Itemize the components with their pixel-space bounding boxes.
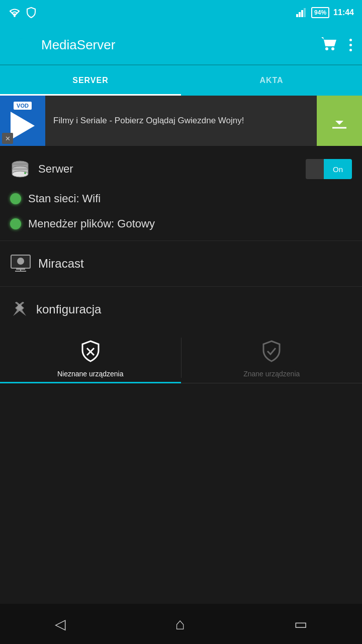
cart-button[interactable] bbox=[320, 36, 337, 53]
server-row: Serwer On bbox=[0, 152, 362, 186]
subtab-known[interactable]: Znane urządzenia bbox=[182, 332, 363, 383]
config-label: konfiguracja bbox=[36, 302, 101, 316]
svg-point-13 bbox=[12, 171, 28, 177]
svg-rect-2 bbox=[299, 12, 301, 17]
svg-rect-4 bbox=[304, 8, 306, 17]
wifi-status-icon bbox=[8, 8, 21, 18]
more-button[interactable] bbox=[347, 37, 354, 53]
server-toggle[interactable]: On bbox=[306, 159, 352, 179]
subtab-known-label: Znane urządzenia bbox=[243, 370, 300, 378]
recent-button[interactable]: ▭ bbox=[294, 616, 307, 632]
known-shield-icon bbox=[260, 340, 283, 367]
status-left bbox=[8, 7, 36, 18]
miracast-label: Miracast bbox=[38, 257, 84, 271]
battery-percent: 94% bbox=[314, 9, 326, 16]
filemanager-status-row: Menedżer plików: Gotowy bbox=[0, 211, 362, 236]
status-time: 11:44 bbox=[333, 8, 354, 17]
shield-status-icon bbox=[26, 7, 36, 18]
toolbar-left: MediaServer bbox=[8, 34, 115, 56]
subtab-unknown-label: Nieznane urządzenia bbox=[57, 370, 124, 378]
ad-download-button[interactable] bbox=[317, 96, 362, 146]
server-row-left: Serwer bbox=[10, 159, 73, 179]
battery-indicator: 94% bbox=[311, 7, 329, 18]
cart-icon bbox=[320, 36, 337, 51]
back-button[interactable]: ◁ bbox=[55, 616, 66, 632]
toolbar-actions bbox=[320, 36, 354, 53]
download-icon bbox=[330, 112, 348, 130]
svg-point-19 bbox=[17, 258, 24, 265]
app-logo-icon bbox=[8, 34, 34, 56]
filemanager-status-label: Menedżer plików: Gotowy bbox=[28, 217, 155, 230]
main-tabs: SERVER AKTA bbox=[0, 65, 362, 96]
toolbar: MediaServer bbox=[0, 25, 362, 65]
home-button[interactable]: ⌂ bbox=[175, 615, 185, 633]
svg-point-0 bbox=[14, 15, 16, 17]
status-right: 94% 11:44 bbox=[296, 7, 354, 18]
svg-rect-1 bbox=[296, 14, 298, 17]
miracast-icon bbox=[10, 254, 31, 273]
signal-icon bbox=[296, 8, 307, 17]
subtab-unknown[interactable]: Nieznane urządzenia bbox=[0, 332, 181, 383]
unknown-shield-icon bbox=[79, 340, 102, 367]
server-label: Serwer bbox=[38, 163, 73, 176]
miracast-row[interactable]: Miracast bbox=[0, 245, 362, 282]
tab-akta[interactable]: AKTA bbox=[181, 65, 362, 96]
toggle-on-side: On bbox=[324, 159, 352, 179]
config-row[interactable]: konfiguracja bbox=[0, 291, 362, 328]
wifi-status-dot bbox=[10, 193, 21, 204]
divider-1 bbox=[0, 240, 362, 241]
ad-close-button[interactable]: ✕ bbox=[2, 133, 13, 144]
ad-text: Filmy i Seriale - Pobierz Oglądaj Gwiezd… bbox=[45, 115, 317, 127]
ad-banner: VOD Filmy i Seriale - Pobierz Oglądaj Gw… bbox=[0, 96, 362, 146]
wifi-status-label: Stan sieci: Wifi bbox=[28, 192, 101, 205]
svg-point-6 bbox=[325, 47, 328, 50]
sub-tabs: Nieznane urządzenia Znane urządzenia bbox=[0, 332, 362, 383]
divider-2 bbox=[0, 286, 362, 287]
svg-point-14 bbox=[24, 172, 26, 174]
svg-point-5 bbox=[20, 51, 23, 54]
status-bar: 94% 11:44 bbox=[0, 0, 362, 25]
toggle-off-side bbox=[306, 159, 324, 179]
config-icon bbox=[10, 300, 29, 319]
main-content: Serwer On Stan sieci: Wifi Menedżer plik… bbox=[0, 146, 362, 389]
wifi-status-row: Stan sieci: Wifi bbox=[0, 186, 362, 211]
nav-bar: ◁ ⌂ ▭ bbox=[0, 604, 362, 644]
toolbar-title: MediaServer bbox=[41, 37, 115, 53]
tab-server[interactable]: SERVER bbox=[0, 65, 181, 96]
svg-point-7 bbox=[331, 47, 334, 50]
server-icon bbox=[10, 159, 30, 179]
filemanager-status-dot bbox=[10, 218, 21, 229]
svg-rect-3 bbox=[301, 10, 303, 17]
